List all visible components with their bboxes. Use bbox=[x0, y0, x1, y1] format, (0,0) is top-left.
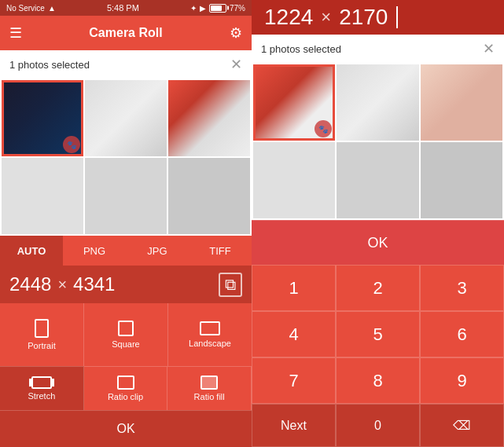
signal-icon: ▶ bbox=[200, 4, 206, 13]
service-label: No Service bbox=[6, 4, 45, 13]
square-icon bbox=[118, 321, 134, 336]
tab-tiff[interactable]: TIFF bbox=[189, 236, 252, 266]
numpad-2[interactable]: 2 bbox=[336, 265, 420, 311]
battery-indicator bbox=[209, 4, 226, 13]
right-photo-grid: 🐾 bbox=[252, 63, 504, 220]
ratio-clip-icon bbox=[117, 376, 134, 390]
times-symbol: × bbox=[57, 276, 67, 294]
right-thumb-2[interactable] bbox=[337, 64, 418, 141]
tab-png[interactable]: PNG bbox=[63, 236, 126, 266]
menu-button[interactable]: ☰ bbox=[9, 24, 22, 42]
wifi-icon: ▲ bbox=[48, 4, 56, 13]
right-thumb-3[interactable] bbox=[421, 64, 502, 141]
cursor bbox=[396, 6, 398, 28]
portrait-button[interactable]: Portrait bbox=[0, 303, 84, 366]
ratio-fill-label: Ratio fill bbox=[194, 392, 225, 401]
ratio-fill-button[interactable]: Ratio fill bbox=[167, 366, 252, 410]
zero-label: 0 bbox=[374, 419, 381, 433]
numpad: 1 2 3 4 5 6 7 8 9 bbox=[252, 265, 504, 404]
bluetooth-icon: ✦ bbox=[190, 4, 197, 13]
ratio-fill-icon bbox=[200, 376, 218, 390]
numpad-6[interactable]: 6 bbox=[420, 311, 504, 357]
numpad-7[interactable]: 7 bbox=[252, 357, 336, 404]
backspace-button[interactable]: ⌫ bbox=[420, 404, 504, 447]
layout-buttons-row2: Stretch Ratio clip Ratio fill bbox=[0, 366, 252, 410]
photo-grid: 🐾 bbox=[0, 79, 252, 236]
right-selection-bar: 1 photos selected ✕ bbox=[252, 35, 504, 63]
photo-thumb-5[interactable] bbox=[85, 158, 167, 234]
tab-auto[interactable]: AUTO bbox=[0, 236, 63, 266]
format-tabs: AUTO PNG JPG TIFF bbox=[0, 236, 252, 266]
time-label: 5:48 PM bbox=[107, 3, 139, 13]
numpad-3[interactable]: 3 bbox=[420, 265, 504, 311]
landscape-label: Landscape bbox=[189, 339, 231, 348]
calc-ok-button[interactable]: OK bbox=[252, 220, 504, 265]
numpad-bottom-row: Next 0 ⌫ bbox=[252, 404, 504, 447]
right-close-button[interactable]: ✕ bbox=[483, 40, 495, 57]
photo-thumb-4[interactable] bbox=[2, 158, 83, 234]
calc-width: 1224 bbox=[264, 5, 313, 30]
backspace-icon: ⌫ bbox=[453, 418, 471, 433]
right-thumb-6[interactable] bbox=[421, 142, 502, 218]
next-label: Next bbox=[281, 419, 307, 433]
right-thumb-4[interactable] bbox=[253, 142, 335, 218]
dimension-row: 2448 × 4341 ⧉ bbox=[0, 266, 252, 303]
photo-thumb-2[interactable] bbox=[85, 80, 167, 156]
close-selection-button[interactable]: ✕ bbox=[230, 56, 242, 73]
left-panel: No Service ▲ 5:48 PM ✦ ▶ 77% ☰ Camera Ro… bbox=[0, 0, 252, 447]
ratio-clip-button[interactable]: Ratio clip bbox=[84, 366, 168, 410]
ok-button-left[interactable]: OK bbox=[0, 410, 252, 447]
photo-thumb-6[interactable] bbox=[168, 158, 250, 234]
photo-thumb-1[interactable]: 🐾 bbox=[2, 80, 83, 156]
photo-thumb-3[interactable] bbox=[168, 80, 250, 156]
right-thumb-1[interactable]: 🐾 bbox=[253, 64, 335, 141]
header: ☰ Camera Roll ⚙ bbox=[0, 16, 252, 50]
numpad-8[interactable]: 8 bbox=[336, 357, 420, 404]
calc-height: 2170 bbox=[339, 5, 388, 30]
landscape-icon bbox=[200, 321, 220, 335]
numpad-0[interactable]: 0 bbox=[336, 404, 420, 447]
ok-label-left: OK bbox=[116, 422, 134, 436]
numpad-9[interactable]: 9 bbox=[420, 357, 504, 404]
header-title: Camera Roll bbox=[22, 26, 230, 40]
calc-times: × bbox=[321, 7, 331, 27]
numpad-5[interactable]: 5 bbox=[336, 311, 420, 357]
battery-label: 77% bbox=[230, 4, 245, 13]
tab-jpg[interactable]: JPG bbox=[126, 236, 189, 266]
height-value: 4341 bbox=[73, 273, 115, 295]
square-label: Square bbox=[112, 339, 139, 349]
square-button[interactable]: Square bbox=[84, 303, 168, 366]
thumb-badge-1: 🐾 bbox=[63, 136, 80, 153]
right-panel: 1224 × 2170 1 photos selected ✕ 🐾 OK 1 2… bbox=[252, 0, 504, 447]
calc-ok-label: OK bbox=[367, 235, 388, 251]
ratio-clip-label: Ratio clip bbox=[108, 392, 143, 401]
selection-bar: 1 photos selected ✕ bbox=[0, 50, 252, 79]
portrait-label: Portrait bbox=[28, 341, 55, 350]
right-selection-count: 1 photos selected bbox=[261, 43, 341, 55]
stretch-button[interactable]: Stretch bbox=[0, 366, 84, 410]
layout-buttons-row1: Portrait Square Landscape bbox=[0, 303, 252, 366]
numpad-1[interactable]: 1 bbox=[252, 265, 336, 311]
numpad-4[interactable]: 4 bbox=[252, 311, 336, 357]
right-thumb-5[interactable] bbox=[337, 142, 418, 218]
copy-icon[interactable]: ⧉ bbox=[219, 273, 242, 297]
right-thumb-badge: 🐾 bbox=[315, 120, 332, 137]
next-button[interactable]: Next bbox=[252, 404, 336, 447]
settings-button[interactable]: ⚙ bbox=[230, 24, 242, 42]
portrait-icon bbox=[35, 319, 49, 338]
landscape-button[interactable]: Landscape bbox=[168, 303, 252, 366]
selection-count: 1 photos selected bbox=[9, 59, 90, 71]
calc-display: 1224 × 2170 bbox=[252, 0, 504, 35]
status-bar-left: No Service ▲ 5:48 PM ✦ ▶ 77% bbox=[0, 0, 252, 16]
stretch-icon bbox=[31, 376, 52, 389]
width-value: 2448 bbox=[9, 273, 51, 295]
stretch-label: Stretch bbox=[28, 391, 55, 401]
